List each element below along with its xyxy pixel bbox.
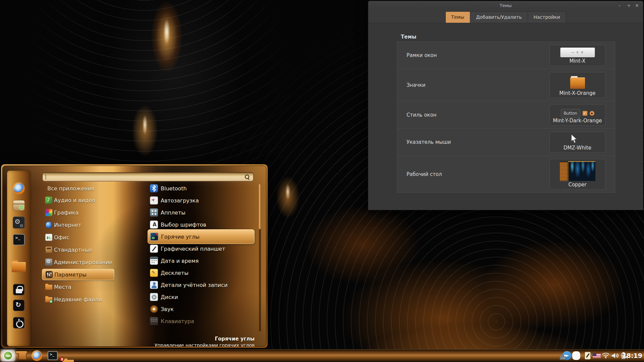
keyboard-icon [150,317,158,325]
preview-checkbox-widget: ✓ [583,111,587,116]
row-value: Mint-X-Orange [550,90,605,96]
category-accessories[interactable]: Стандартные [42,244,114,255]
row-value: DMZ-White [550,145,605,151]
notification-badge: 2 [60,357,64,362]
themes-window: Темы – + ✕ Темы Добавить/Удалить Настрой… [368,1,643,210]
shutdown-icon[interactable] [13,317,24,328]
audio-video-icon [45,197,52,204]
autostart-icon [150,196,158,204]
magnifier-icon [245,174,250,180]
terminal-icon[interactable] [48,351,58,360]
row-label: Указатель мыши [407,139,451,145]
app-autostart[interactable]: Автозагрузка [148,194,255,206]
hot-corners-icon [150,233,158,241]
lock-screen-icon[interactable] [13,284,24,295]
preview-button-widget: Button [561,109,580,118]
app-disks[interactable]: Диски [148,291,255,303]
keyboard-layout-us-flag[interactable] [593,353,601,358]
app-font-selection[interactable]: Выбор шрифтов [148,219,255,231]
category-all-applications[interactable]: Все приложения [42,183,114,194]
category-internet[interactable]: Интернет [42,219,114,231]
close-button[interactable]: ✕ [634,3,640,9]
category-preferences[interactable]: Параметры [42,269,114,280]
row-value: Mint-X [550,58,605,64]
folder-icon [570,76,585,89]
app-keyboard[interactable]: Клавиатура [148,315,255,327]
firefox-icon[interactable] [13,182,25,194]
footer-app-title: Горячие углы [155,336,255,342]
logout-icon[interactable] [13,300,24,311]
show-desktop-icon[interactable] [16,351,27,360]
preview-radio-widget [590,111,594,116]
desktop-background-preview-button[interactable]: Copper [549,159,605,190]
tab-themes[interactable]: Темы [445,12,470,23]
table-row-controls: Стиль окон Button ✓ Mint-Y-Dark-Orange [397,101,615,129]
maximize-button[interactable]: + [626,3,632,9]
graphics-icon [45,209,52,216]
bluetooth-icon [150,184,158,192]
office-icon [45,234,52,241]
mint-logo: lm [4,351,13,360]
mouse-pointer-preview-button[interactable]: DMZ-White [549,132,605,153]
section-title: Темы [401,34,416,40]
window-titlebar[interactable]: Темы – + ✕ [368,1,643,10]
taskbar: lm 2 18:19 152 [0,349,644,362]
wallpaper-thumbnail [560,161,595,181]
tablet-settings-icon[interactable] [585,352,591,360]
scrollbar-thumb[interactable] [259,184,261,229]
scrollbar[interactable] [259,184,261,331]
graphics-tablet-icon [150,245,158,253]
chat-icon[interactable] [572,351,580,360]
mint-menu-button[interactable]: lm [1,350,15,361]
firefox-icon[interactable] [32,350,42,361]
app-sound[interactable]: Звук [148,303,255,315]
row-label: Значки [407,82,425,88]
tab-settings[interactable]: Настройки [528,12,566,23]
mint-menu: Все приложения Аудио и видео Графика Инт… [1,164,268,348]
row-label: Рабочий стол [407,171,442,177]
app-account-details[interactable]: Детали учётной записи [148,279,255,291]
software-manager-icon[interactable] [13,200,25,211]
recent-files-icon [45,296,52,303]
system-settings-icon[interactable] [13,217,25,229]
app-graphics-tablet[interactable]: Графический планшет [148,243,255,255]
window-borders-preview-button[interactable]: − + × Mint-X [549,45,605,66]
app-desklets[interactable]: Десклеты [148,267,255,279]
category-graphics[interactable]: Графика [42,207,114,218]
category-administration[interactable]: Администрирование [42,256,114,268]
category-office[interactable]: Офис [42,232,114,243]
file-manager-icon[interactable]: 2 [62,360,74,362]
category-recent-files[interactable]: Недавние файлы [42,294,114,305]
taskbar-clock[interactable]: 18:19 [622,352,642,359]
text-caret [46,174,46,180]
desklets-icon [150,269,158,277]
minimize-button[interactable]: – [616,3,623,9]
icons-preview-button[interactable]: Mint-X-Orange [549,72,605,98]
terminal-icon[interactable] [13,234,25,245]
favorites-sidebar [7,171,31,346]
network-wifi-icon[interactable] [602,353,609,359]
table-row-desktop: Рабочий стол Copper [397,156,615,192]
files-icon[interactable] [12,262,26,273]
category-audio-video[interactable]: Аудио и видео [42,194,114,206]
tab-add-remove[interactable]: Добавить/Удалить [470,12,528,23]
window-title: Темы [368,3,643,8]
window-content: Темы Рамки окон − + × Mint-X Значки Mint… [368,23,643,210]
controls-preview-button[interactable]: Button ✓ Mint-Y-Dark-Orange [549,104,605,126]
font-selection-icon [150,221,158,229]
app-applets[interactable]: Апплеты [148,206,255,219]
app-date-time[interactable]: Дата и время [148,255,255,267]
accessories-icon [45,246,52,253]
window-frame-preview: − + × [560,48,595,57]
category-places[interactable]: Места [42,281,114,293]
sound-icon [150,305,158,313]
app-bluetooth[interactable]: Bluetooth [148,182,255,194]
places-icon [45,284,52,291]
tab-strip: Темы Добавить/Удалить Настройки [368,10,643,23]
volume-icon[interactable] [611,353,619,359]
search-input[interactable] [42,172,254,181]
telegram-unread-badge: 152 [559,356,566,360]
app-hot-corners[interactable]: Горячие углы [148,229,255,244]
internet-icon [45,222,52,229]
date-time-icon [150,257,158,265]
